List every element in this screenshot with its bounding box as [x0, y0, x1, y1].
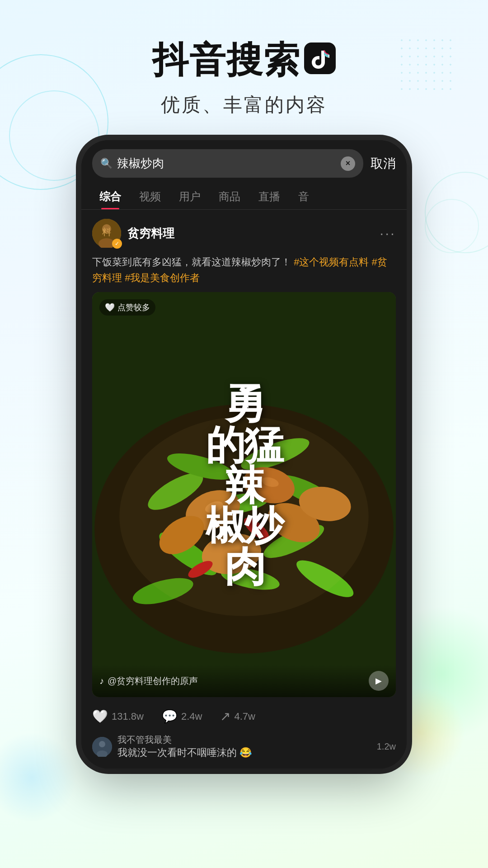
video-calligraphy-overlay: 勇 的猛 辣 椒炒 肉 — [92, 292, 396, 697]
video-container[interactable]: 勇 的猛 辣 椒炒 肉 🤍 点赞较多 — [92, 292, 396, 697]
page-container: 抖音搜索 优质、丰富的内容 🔍 辣椒炒肉 × 取消 综合 — [0, 0, 488, 769]
comment-text: 我就没一次看时不咽唾沫的 😂 — [117, 746, 252, 760]
share-count: 4.7w — [234, 711, 255, 722]
calligraphy-text-4: 椒炒 — [206, 506, 282, 546]
comment-count: 2.4w — [181, 711, 202, 722]
more-options-button[interactable]: ··· — [380, 225, 396, 242]
calligraphy-text-2: 的猛 — [206, 425, 282, 465]
tab-商品[interactable]: 商品 — [210, 183, 249, 209]
calligraphy-text: 勇 — [206, 382, 282, 425]
tab-直播[interactable]: 直播 — [249, 183, 289, 209]
header-section: 抖音搜索 优质、丰富的内容 — [152, 36, 336, 118]
username[interactable]: 贫穷料理 — [127, 226, 174, 241]
tiktok-logo-icon — [304, 42, 336, 74]
search-input-wrapper[interactable]: 🔍 辣椒炒肉 × — [92, 149, 363, 178]
like-icon: 🤍 — [92, 709, 108, 724]
svg-text:料: 料 — [102, 227, 111, 237]
share-icon: ↗ — [220, 709, 230, 724]
video-source-text: @贫穷料理创作的原声 — [108, 675, 198, 687]
video-bottom-bar: ♪ @贫穷料理创作的原声 ▶ — [92, 665, 396, 697]
comment-likes: 1.2w — [377, 741, 396, 752]
video-thumbnail: 勇 的猛 辣 椒炒 肉 🤍 点赞较多 — [92, 292, 396, 697]
calligraphy-text-3: 辣 — [206, 465, 282, 506]
calligraphy-text-5: 肉 — [206, 546, 282, 587]
post-desc-text: 下饭菜到底有多凶猛，就看这道辣椒炒肉了！ — [92, 256, 291, 268]
content-area: 料 ✓ 贫穷料理 ··· 下饭菜到底有多凶猛，就看这道辣椒炒肉了！ #这个视频有… — [81, 210, 407, 769]
like-interaction[interactable]: 🤍 131.8w — [92, 709, 144, 724]
share-interaction[interactable]: ↗ 4.7w — [220, 709, 255, 724]
search-icon: 🔍 — [100, 158, 113, 170]
avatar: 料 ✓ — [92, 219, 121, 248]
post-description: 下饭菜到底有多凶猛，就看这道辣椒炒肉了！ #这个视频有点料 #贫穷料理 #我是美… — [92, 254, 396, 286]
comment-text-wrap: 我不管我最美 我就没一次看时不咽唾沫的 😂 — [117, 734, 252, 760]
title-row: 抖音搜索 — [152, 36, 336, 85]
svg-rect-0 — [304, 42, 336, 74]
like-badge-heart-icon: 🤍 — [105, 302, 115, 312]
video-source-info: ♪ @贫穷料理创作的原声 — [99, 675, 198, 687]
hashtag-1[interactable]: #这个视频有点料 — [294, 256, 369, 268]
svg-point-29 — [99, 741, 105, 747]
app-subtitle: 优质、丰富的内容 — [152, 92, 336, 118]
comment-icon: 💬 — [162, 709, 178, 724]
tab-视频[interactable]: 视频 — [130, 183, 170, 209]
commenter-avatar-image — [92, 737, 112, 757]
interaction-bar: 🤍 131.8w 💬 2.4w ↗ 4.7w — [92, 705, 396, 730]
comment-preview: 我不管我最美 我就没一次看时不咽唾沫的 😂 1.2w — [92, 730, 396, 760]
commenter-avatar — [92, 737, 112, 757]
play-button[interactable]: ▶ — [369, 671, 389, 691]
tab-音[interactable]: 音 — [289, 183, 318, 209]
search-bar-area: 🔍 辣椒炒肉 × 取消 — [81, 140, 407, 183]
post-card: 料 ✓ 贫穷料理 ··· 下饭菜到底有多凶猛，就看这道辣椒炒肉了！ #这个视频有… — [92, 219, 396, 760]
post-header: 料 ✓ 贫穷料理 ··· — [92, 219, 396, 248]
search-clear-button[interactable]: × — [341, 156, 355, 171]
search-cancel-button[interactable]: 取消 — [371, 155, 396, 172]
phone-mockup: 🔍 辣椒炒肉 × 取消 综合 视频 用户 商品 直播 音 — [81, 140, 407, 769]
hashtag-3[interactable]: #我是美食创作者 — [125, 272, 200, 283]
post-user: 料 ✓ 贫穷料理 — [92, 219, 174, 248]
search-query-text: 辣椒炒肉 — [117, 156, 336, 171]
app-title: 抖音搜索 — [152, 36, 300, 85]
commenter-name: 我不管我最美 — [117, 734, 252, 746]
like-badge-label: 点赞较多 — [117, 302, 150, 313]
like-count: 131.8w — [112, 711, 144, 722]
tab-bar: 综合 视频 用户 商品 直播 音 — [81, 183, 407, 210]
comment-interaction[interactable]: 💬 2.4w — [162, 709, 202, 724]
verified-badge: ✓ — [112, 239, 122, 249]
tab-综合[interactable]: 综合 — [90, 183, 130, 209]
tab-用户[interactable]: 用户 — [170, 183, 210, 209]
like-badge: 🤍 点赞较多 — [99, 299, 155, 316]
tiktok-small-icon: ♪ — [99, 676, 104, 686]
